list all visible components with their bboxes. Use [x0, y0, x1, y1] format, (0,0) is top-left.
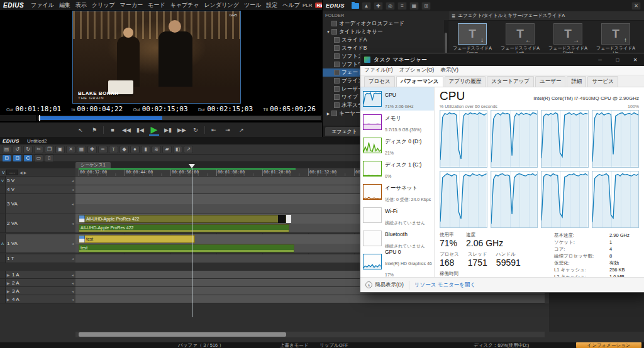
tab-startup[interactable]: スタートアップ — [487, 76, 534, 87]
expand-track-icon[interactable]: ▶ — [6, 273, 11, 277]
input-select-icon[interactable]: ↖ — [75, 125, 86, 135]
bin-close-icon[interactable]: ✕ — [631, 2, 641, 10]
voiceover-icon[interactable]: ● — [130, 146, 140, 153]
tab-details[interactable]: 詳細 — [567, 76, 586, 87]
track-header-4a[interactable]: ▶4 A◂ — [0, 295, 75, 303]
expand-track-icon[interactable]: ▶ — [6, 289, 11, 293]
menu-file[interactable]: ファイル — [28, 1, 57, 9]
ripple-status[interactable]: リップルOFF — [319, 342, 348, 348]
tab-performance[interactable]: パフォーマンス — [396, 76, 443, 87]
cut-icon[interactable]: ✂ — [34, 146, 43, 153]
up-folder-icon[interactable]: ▲ — [362, 2, 371, 10]
export-icon[interactable]: ↗ — [236, 125, 247, 135]
render-icon[interactable]: ▰ — [162, 146, 172, 153]
sidebar-item-ethernet[interactable]: イーサネット送信: 0 受信: 24.0 Kbps — [360, 180, 434, 204]
timeline-horizontal-scrollbar[interactable] — [75, 332, 545, 337]
tab-app-history[interactable]: アプリの履歴 — [445, 76, 486, 87]
tree-item-slide-b[interactable]: スライドB — [323, 44, 448, 52]
taskman-titlebar[interactable]: タスク マネージャー ─ □ ✕ — [360, 53, 644, 66]
simple-view-button[interactable]: ∧簡易表示(D) — [365, 281, 404, 289]
new-folder-icon[interactable]: ✚ — [374, 2, 383, 10]
sidebar-item-disk1[interactable]: ディスク 1 (C:)0% — [360, 157, 434, 180]
rewind-icon[interactable]: ◀◀ — [121, 125, 131, 135]
information-button[interactable]: インフォメーション — [576, 342, 641, 348]
track-preset-dropdown[interactable]: ---- — [6, 170, 18, 175]
add-title-icon[interactable]: T — [109, 146, 118, 153]
layout-icon[interactable]: ◧ — [173, 146, 182, 153]
lane-4a[interactable] — [75, 295, 545, 303]
menu-render[interactable]: レンダリング — [202, 1, 242, 9]
trim-icon[interactable]: ━ — [98, 146, 108, 153]
sidebar-item-cpu[interactable]: CPU71% 2.06 GHz — [360, 87, 434, 111]
goto-out-icon[interactable]: ⇥ — [223, 125, 233, 135]
track-header-4v[interactable]: 4 V◂ — [0, 185, 75, 194]
menu-clip[interactable]: クリップ — [89, 1, 118, 9]
playhead-marker[interactable] — [189, 164, 195, 168]
scrollbar-thumb[interactable] — [79, 332, 286, 337]
add-clip-icon[interactable]: ✚ — [87, 146, 97, 153]
track-header-1t[interactable]: 1 T◂ — [0, 254, 75, 263]
tile-view-icon[interactable]: ⊞ — [421, 2, 431, 10]
close-icon[interactable]: ✕ — [626, 53, 644, 66]
list-view-icon[interactable]: ≡ — [397, 2, 407, 10]
thumbnail-view-icon[interactable]: ▦ — [409, 2, 419, 10]
track-header-1a[interactable]: ▶1 A◂ — [0, 271, 75, 279]
mixer-icon[interactable]: ▮ — [141, 146, 150, 153]
marker-icon[interactable]: ◆ — [119, 146, 129, 153]
ripple-delete-icon[interactable]: ▦ — [77, 146, 86, 153]
track-header-1va[interactable]: A1 VA◂ — [0, 234, 75, 253]
track-header-2a[interactable]: ▶2 A◂ — [0, 279, 75, 287]
track-header-3va[interactable]: 3 VA◂ — [0, 194, 75, 214]
play-icon[interactable]: ▶ — [149, 124, 159, 136]
snap-icon[interactable]: ▭ — [34, 155, 43, 162]
expander-icon[interactable]: ▶ — [325, 111, 331, 116]
minimize-icon[interactable]: ─ — [591, 53, 609, 66]
tab-processes[interactable]: プロセス — [364, 76, 395, 87]
copy-icon[interactable]: ❐ — [45, 146, 54, 153]
scroll-left-icon[interactable]: ◀ — [19, 170, 23, 175]
tree-item-slide-a[interactable]: スライドA — [323, 36, 448, 44]
effect-fadeslide-up[interactable]: T↑ フェードスライドA Up — [593, 23, 638, 56]
sidebar-item-wifi[interactable]: Wi-Fi接続されていません — [360, 204, 434, 227]
expander-icon[interactable]: ▼ — [325, 30, 331, 34]
save-icon[interactable]: ▤ — [2, 146, 11, 153]
tab-sequence-1[interactable]: シーケンス1 — [75, 162, 111, 168]
track-header-5v[interactable]: V5 V◂ — [0, 177, 75, 185]
maximize-icon[interactable]: □ — [609, 53, 626, 66]
marker-flag-icon[interactable]: ⚑ — [89, 125, 99, 135]
redo-icon[interactable]: ↻ — [23, 146, 33, 153]
effect-fadeslide-right[interactable]: T→ フェードスライドA Right — [545, 23, 591, 56]
ripple-mode-icon[interactable]: ▯ — [45, 155, 54, 162]
tab-services[interactable]: サービス — [587, 76, 618, 87]
clip-test-video[interactable]: test — [79, 235, 195, 243]
menu-capture[interactable]: キャプチャ — [168, 1, 202, 9]
menu-settings[interactable]: 設定 — [264, 1, 280, 9]
frame-forward-icon[interactable]: ▶▮ — [163, 125, 173, 135]
search-icon[interactable]: ◎ — [386, 2, 395, 10]
export-project-icon[interactable]: ↗ — [184, 146, 193, 153]
menu-view[interactable]: 表示 — [73, 1, 89, 9]
plr-button[interactable]: PLR — [303, 3, 313, 8]
stop-icon[interactable]: ■ — [108, 125, 118, 135]
scrubber-position-marker[interactable] — [39, 115, 40, 121]
tree-item-audio-crossfade[interactable]: オーディオクロスフェード — [323, 19, 448, 28]
expand-track-icon[interactable]: ▶ — [6, 297, 11, 302]
tab-users[interactable]: ユーザー — [535, 76, 565, 87]
menu-help[interactable]: ヘルプ — [280, 1, 303, 9]
scroll-right-icon[interactable]: ▶ — [24, 170, 27, 175]
effect-fadeslide-left[interactable]: T← フェードスライドA Left — [497, 23, 543, 56]
waveform-icon[interactable]: ≋ — [152, 146, 161, 153]
sidebar-item-memory[interactable]: メモリ5.7/15.9 GB (36%) — [360, 111, 434, 134]
playhead-line[interactable] — [192, 168, 192, 317]
loop-icon[interactable]: ↻ — [191, 125, 201, 135]
menu-marker[interactable]: マーカー — [118, 1, 145, 9]
clip-uhd-video[interactable]: All-UHD-Apple ProRes 422 — [79, 215, 286, 223]
tab-effect-palette[interactable]: エフェクト — [325, 127, 364, 136]
preview-scrubber[interactable] — [0, 115, 322, 121]
menu-view[interactable]: 表示(V) — [440, 67, 458, 74]
paste-icon[interactable]: ▣ — [55, 146, 65, 153]
effect-fadeslide-down[interactable]: T↓ フェードスライドA Down — [450, 23, 495, 56]
track-header-3a[interactable]: ▶3 A◂ — [0, 287, 75, 295]
clip-uhd-audio[interactable]: All-UHD-Apple ProRes 422 — [79, 224, 289, 232]
menu-mode[interactable]: モード — [145, 1, 167, 9]
